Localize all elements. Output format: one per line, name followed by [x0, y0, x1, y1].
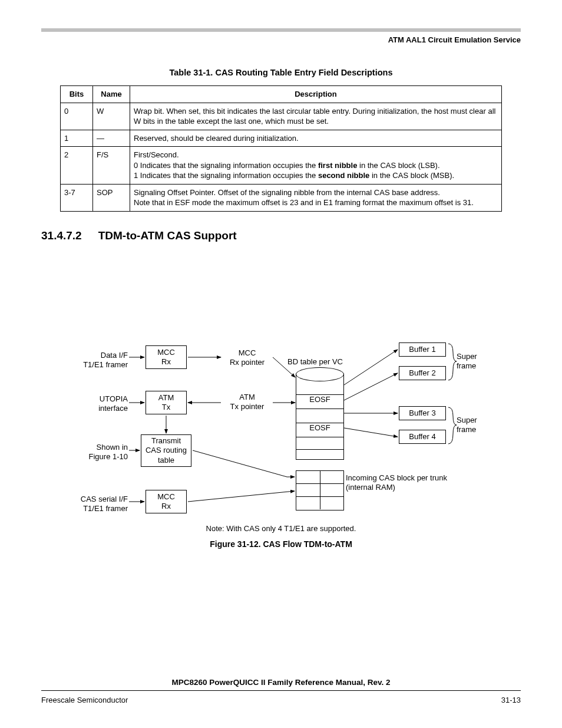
- label-super-frame-1: Superframe: [457, 352, 492, 371]
- label-bd-table: BD table per VC: [283, 357, 348, 367]
- box-atm-tx: ATMTx: [146, 391, 187, 414]
- bd-row-eosf1: EOSF: [296, 394, 343, 409]
- label-mcc-rx-pointer: MCCRx pointer: [222, 348, 272, 368]
- box-buffer1: Buffer 1: [399, 342, 446, 357]
- box-buffer4: Buffer 4: [399, 430, 446, 444]
- svg-line-13: [344, 373, 398, 400]
- cas-block-body: [296, 470, 344, 510]
- cell-name: SOP: [93, 184, 130, 211]
- svg-line-9: [193, 450, 287, 477]
- figure-note: Note: With CAS only 4 T1/E1 are supporte…: [75, 524, 487, 533]
- footer-company: Freescale Semiconductor: [41, 696, 128, 704]
- box-mcc-rx-bottom: MCCRx: [146, 490, 187, 513]
- page: ATM AAL1 Circuit Emulation Service Table…: [0, 0, 562, 728]
- cell-desc: Reserved, should be cleared during initi…: [130, 130, 502, 147]
- label-data-if: Data I/FT1/E1 framer: [69, 351, 128, 370]
- field-description-table: Bits Name Description 0 W Wrap bit. When…: [60, 85, 502, 212]
- footer-doc-title: MPC8260 PowerQUICC II Family Reference M…: [41, 678, 521, 687]
- svg-line-12: [344, 350, 398, 385]
- table-caption: Table 31-1. CAS Routing Table Entry Fiel…: [41, 68, 521, 77]
- table-row: 0 W Wrap bit. When set, this bit indicat…: [61, 103, 502, 130]
- table-header-row: Bits Name Description: [61, 86, 502, 103]
- label-atm-tx-pointer: ATMTx pointer: [222, 393, 272, 412]
- svg-line-15: [344, 428, 398, 437]
- section-title: TDM-to-ATM CAS Support: [98, 229, 237, 242]
- label-shown-in: Shown inFigure 1-10: [69, 443, 128, 462]
- cell-bits: 3-7: [61, 184, 93, 211]
- section-number: 31.4.7.2: [41, 229, 82, 242]
- cell-name: F/S: [93, 147, 130, 185]
- cell-name: W: [93, 103, 130, 130]
- figure-cas-flow: Data I/FT1/E1 framer UTOPIAinterface Sho…: [75, 342, 487, 555]
- box-buffer3: Buffer 3: [399, 406, 446, 420]
- svg-line-11: [188, 491, 295, 502]
- bd-table-body: EOSF EOSF: [296, 374, 344, 460]
- box-buffer2: Buffer 2: [399, 366, 446, 380]
- table-row: 2 F/S First/Second.0 Indicates that the …: [61, 147, 502, 185]
- chapter-title: ATM AAL1 Circuit Emulation Service: [41, 35, 521, 44]
- cell-bits: 2: [61, 147, 93, 185]
- box-mcc-rx-top: MCCRx: [146, 345, 187, 369]
- label-super-frame-2: Superframe: [457, 416, 492, 435]
- th-desc: Description: [130, 86, 502, 103]
- label-utopia: UTOPIAinterface: [69, 394, 128, 414]
- bd-row-eosf2: EOSF: [296, 423, 343, 437]
- cell-desc: Signaling Offset Pointer. Offset of the …: [130, 184, 502, 211]
- box-tx-cas-routing: TransmitCAS routingtable: [141, 434, 191, 467]
- figure-caption: Figure 31-12. CAS Flow TDM-to-ATM: [75, 539, 487, 550]
- th-name: Name: [93, 86, 130, 103]
- cell-bits: 1: [61, 130, 93, 147]
- th-bits: Bits: [61, 86, 93, 103]
- section-heading: 31.4.7.2TDM-to-ATM CAS Support: [41, 229, 521, 242]
- cell-desc: First/Second.0 Indicates that the signal…: [130, 147, 502, 185]
- cell-desc: Wrap bit. When set, this bit indicates t…: [130, 103, 502, 130]
- page-footer: MPC8260 PowerQUICC II Family Reference M…: [41, 678, 521, 704]
- cell-name: —: [93, 130, 130, 147]
- footer-rule: [41, 690, 521, 691]
- footer-page-number: 31-13: [501, 696, 521, 704]
- table-row: 3-7 SOP Signaling Offset Pointer. Offset…: [61, 184, 502, 211]
- cell-bits: 0: [61, 103, 93, 130]
- label-incoming-cas: Incoming CAS block per trunk(internal RA…: [346, 473, 464, 493]
- label-cas-serial: CAS serial I/FT1/E1 framer: [63, 495, 128, 514]
- header-rule: [41, 28, 521, 32]
- table-row: 1 — Reserved, should be cleared during i…: [61, 130, 502, 147]
